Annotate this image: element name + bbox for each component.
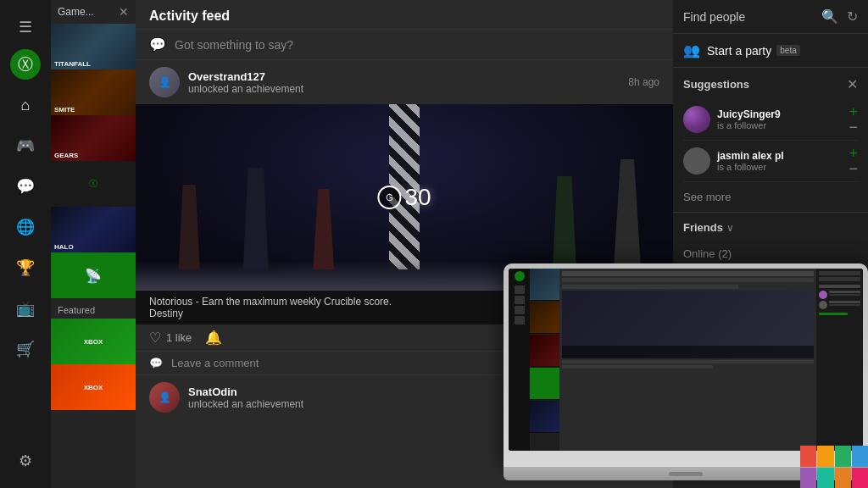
cast-icon[interactable]: 📺: [7, 290, 44, 327]
suggestion-item-1: JuicySinger9 is a follower + −: [683, 99, 858, 141]
featured-tile-2[interactable]: XBOX: [51, 364, 136, 410]
suggestion-2-info: jasmin alex pl is a follower: [717, 150, 849, 172]
feed-action-1: unlocked an achievement: [188, 83, 628, 95]
comment-icon: 💬: [149, 357, 163, 369]
game-tile-gears[interactable]: GEARS: [51, 115, 136, 161]
chat-icon[interactable]: 💬: [7, 168, 44, 205]
feed-username-1: Overstrand127: [188, 70, 628, 83]
suggestions-section: Suggestions ✕ JuicySinger9 is a follower…: [673, 68, 868, 182]
games-panel-title: Game...: [58, 6, 94, 18]
close-suggestions-button[interactable]: ✕: [847, 76, 858, 92]
laptop-overlay: [673, 263, 868, 488]
laptop-right-mini: [816, 269, 863, 451]
bell-icon: 🔔: [205, 330, 222, 346]
feed-time-1: 8h ago: [628, 76, 659, 88]
find-people-label: Find people: [683, 10, 745, 24]
friends-section: Friends ∨: [673, 213, 868, 241]
mosaic-5: [800, 468, 816, 489]
mini-avatar-2: [819, 301, 827, 309]
mini-suggestions: [819, 285, 860, 288]
settings-icon[interactable]: ⚙: [7, 442, 44, 480]
comment-placeholder: Leave a comment: [171, 357, 259, 369]
mosaic-8: [852, 468, 868, 489]
mosaic-4: [852, 446, 868, 467]
like-count: 1 like: [166, 331, 192, 344]
laptop-main-mini: [673, 269, 816, 451]
mini-game-image: [673, 291, 814, 358]
mini-header-bar: [673, 271, 814, 276]
gamerscore-icon: G: [377, 186, 401, 209]
mini-suggestion-1: [819, 291, 860, 299]
featured-tile-1[interactable]: XBOX: [51, 319, 136, 364]
start-party-button[interactable]: 👥 Start a party beta: [673, 34, 868, 68]
mosaic-3: [835, 446, 851, 467]
find-people-header: Find people 🔍 ↻: [673, 0, 868, 34]
party-icon: 👥: [683, 42, 700, 58]
header-icons: 🔍 ↻: [821, 8, 858, 25]
store-icon[interactable]: 🛒: [7, 330, 44, 368]
party-beta-badge: beta: [776, 45, 799, 56]
trophy-icon[interactable]: 🏆: [7, 249, 44, 286]
mini-info-2: [829, 301, 860, 309]
notify-button[interactable]: 🔔: [205, 330, 222, 346]
mini-start-party: [819, 277, 860, 281]
game-image-destiny: G 30: [136, 104, 673, 291]
mini-status-1: [829, 294, 860, 296]
game-tile-active[interactable]: 📡: [51, 252, 136, 298]
laptop-notch: [673, 472, 703, 476]
friends-header: Friends ∨: [683, 221, 858, 234]
remove-jasmin-button[interactable]: −: [849, 161, 858, 176]
laptop-screen: [673, 263, 868, 467]
suggestion-1-status: is a follower: [717, 120, 849, 130]
add-juicysinger9-button[interactable]: +: [849, 104, 858, 119]
start-party-label: Start a party: [707, 44, 771, 58]
games-panel: Game... ✕ TITANFALL SMITE GEARS Ⓧ HALO 📡…: [51, 0, 136, 488]
controller-icon[interactable]: 🎮: [7, 127, 44, 164]
mosaic-7: [835, 468, 851, 489]
mini-status-2: [829, 304, 860, 306]
activity-feed-title: Activity feed: [136, 0, 673, 30]
suggestion-2-username: jasmin alex pl: [717, 150, 849, 162]
home-icon[interactable]: ⌂: [7, 86, 44, 124]
mini-input-bar: [673, 278, 814, 282]
online-label: Online (2): [683, 247, 732, 260]
close-games-panel-button[interactable]: ✕: [119, 5, 129, 19]
suggestion-2-status: is a follower: [717, 162, 849, 172]
post-input-bar[interactable]: 💬 Got something to say?: [136, 30, 673, 60]
mini-comment-bar: [673, 365, 713, 369]
like-button[interactable]: ♡ 1 like: [149, 330, 192, 346]
game-tile-titanfall[interactable]: TITANFALL: [51, 24, 136, 69]
game-tile-xbox[interactable]: Ⓧ: [51, 161, 136, 207]
heart-icon: ♡: [149, 330, 161, 346]
xbox-logo-icon[interactable]: Ⓧ: [10, 49, 41, 80]
sidebar: ☰ Ⓧ ⌂ 🎮 💬 🌐 🏆 📺 🛒 ⚙: [0, 0, 51, 488]
avatar-juicysinger9: [683, 106, 710, 133]
add-jasmin-button[interactable]: +: [849, 146, 858, 161]
globe-icon[interactable]: 🌐: [7, 208, 44, 246]
hamburger-menu-icon[interactable]: ☰: [7, 8, 44, 46]
game-tile-halo[interactable]: HALO: [51, 207, 136, 252]
mini-online-bar: [819, 313, 848, 315]
see-more-button[interactable]: See more: [673, 182, 868, 213]
friends-label: Friends: [683, 221, 723, 234]
avatar-snatchy: 👤: [149, 382, 180, 413]
mini-name-2: [829, 301, 860, 303]
suggestion-1-info: JuicySinger9 is a follower: [717, 108, 849, 130]
post-chat-icon: 💬: [149, 36, 166, 53]
suggestion-1-username: JuicySinger9: [717, 108, 849, 120]
mini-avatar-1: [819, 291, 827, 299]
mosaic-corner: [800, 446, 868, 488]
avatar-overstrand: 👤: [149, 67, 180, 97]
mini-info-1: [829, 291, 860, 299]
suggestion-1-actions: + −: [849, 104, 858, 135]
refresh-icon[interactable]: ↻: [847, 8, 858, 25]
search-icon[interactable]: 🔍: [821, 8, 838, 25]
featured-label: Featured: [51, 298, 136, 319]
game-tile-smite[interactable]: SMITE: [51, 69, 136, 115]
suggestions-header: Suggestions ✕: [683, 76, 858, 92]
mini-suggestion-2: [819, 301, 860, 309]
post-placeholder: Got something to say?: [175, 38, 293, 52]
mini-find-people: [819, 271, 860, 275]
remove-juicysinger9-button[interactable]: −: [849, 119, 858, 135]
friends-chevron-icon[interactable]: ∨: [726, 222, 734, 234]
